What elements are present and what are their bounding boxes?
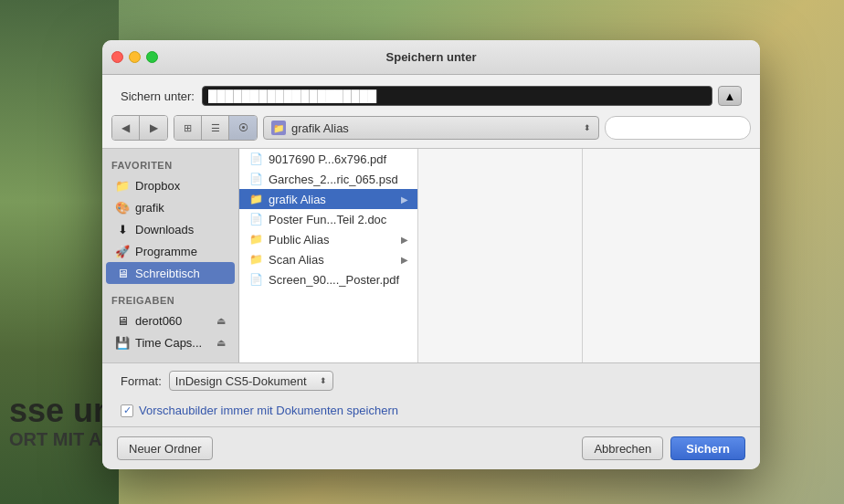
location-dropdown[interactable]: 📁 grafik Alias ⬍ (263, 116, 599, 140)
format-dropdown-arrow: ⬍ (320, 376, 327, 385)
vorschau-checkbox[interactable]: ✓ (121, 404, 133, 417)
dropbox-icon: 📁 (115, 178, 130, 193)
toolbar-row: ◀ ▶ ⊞ ☰ ⦿ 📁 grafik Alias ⬍ (102, 115, 760, 149)
file-icon-public: 📁 (248, 232, 263, 247)
sidebar-item-programme[interactable]: 🚀 Programme (106, 240, 235, 262)
sidebar-section-freigaben: FREIGABEN (102, 291, 238, 310)
location-icon: 📁 (271, 121, 286, 135)
format-dropdown[interactable]: InDesign CS5-Dokument ⬍ (169, 371, 333, 391)
chevron-right-icon-public: ▶ (401, 235, 408, 245)
vorschau-label: Vorschaubilder immer mit Dokumenten spei… (139, 404, 398, 417)
saveas-expand-button[interactable]: ▲ (718, 86, 742, 106)
derot060-icon: 🖥 (115, 313, 130, 328)
file-name-grafik-alias: grafik Alias (269, 193, 397, 206)
sidebar-item-schreibtisch[interactable]: 🖥 Schreibtisch (106, 262, 235, 284)
file-name-poster: Poster Fun...Teil 2.doc (269, 213, 408, 226)
file-name-scan: Scan Alias (269, 253, 397, 267)
content-area: FAVORITEN 📁 Dropbox 🎨 grafik ⬇ Downloads… (102, 149, 760, 362)
sidebar-label-dropbox: Dropbox (135, 179, 180, 193)
save-dialog: Speichern unter Sichern unter: ▲ ◀ ▶ ⊞ ☰… (102, 40, 760, 469)
saveas-label: Sichern unter: (121, 89, 195, 103)
file-icon-grafik-alias: 📁 (248, 192, 263, 206)
sidebar-label-grafik: grafik (135, 201, 164, 215)
file-row-poster[interactable]: 📄 Poster Fun...Teil 2.doc (239, 209, 417, 229)
location-dropdown-arrow: ⬍ (584, 123, 591, 132)
sidebar-item-dropbox[interactable]: 📁 Dropbox (106, 174, 235, 196)
chevron-up-icon: ▲ (724, 89, 736, 103)
programme-icon: 🚀 (115, 244, 130, 258)
file-icon-pdf1: 📄 (248, 152, 263, 166)
search-input[interactable] (605, 116, 751, 140)
abbrechen-button[interactable]: Abbrechen (582, 436, 663, 460)
minimize-button[interactable] (129, 51, 141, 63)
button-group-right: Abbrechen Sichern (582, 436, 745, 460)
window-buttons (102, 51, 158, 63)
file-row-scan[interactable]: 📁 Scan Alias ▶ (239, 249, 417, 269)
grafik-icon: 🎨 (115, 200, 130, 215)
chevron-right-icon-scan: ▶ (401, 255, 408, 265)
file-name-psd: Garches_2...ric_065.psd (269, 173, 408, 186)
sichern-button[interactable]: Sichern (670, 436, 745, 460)
dialog-title: Speichern unter (386, 50, 477, 64)
file-row-public[interactable]: 📁 Public Alias ▶ (239, 229, 417, 249)
sidebar-label-programme: Programme (135, 245, 197, 258)
saveas-row: Sichern unter: ▲ (102, 75, 760, 115)
titlebar: Speichern unter (102, 40, 760, 75)
sidebar-item-timecaps[interactable]: 💾 Time Caps... ⏏ (106, 331, 235, 353)
timecaps-eject-icon[interactable]: ⏏ (216, 337, 226, 349)
sidebar: FAVORITEN 📁 Dropbox 🎨 grafik ⬇ Downloads… (102, 149, 239, 362)
timecaps-icon: 💾 (115, 335, 130, 350)
button-row: Neuer Ordner Abbrechen Sichern (102, 426, 760, 469)
downloads-icon: ⬇ (115, 222, 130, 236)
chevron-right-icon: ▶ (401, 194, 408, 205)
file-row[interactable]: 📄 9017690 P...6x796.pdf (239, 149, 417, 169)
file-row[interactable]: 📄 Garches_2...ric_065.psd (239, 169, 417, 189)
file-row-grafik-alias[interactable]: 📁 grafik Alias ▶ (239, 189, 417, 209)
sidebar-label-derot060: derot060 (135, 314, 182, 328)
file-row-screen[interactable]: 📄 Screen_90...._Poster.pdf (239, 269, 417, 289)
file-name-screen: Screen_90...._Poster.pdf (269, 273, 408, 287)
file-panel-2 (417, 149, 582, 362)
format-bar: Format: InDesign CS5-Dokument ⬍ (102, 362, 760, 398)
file-icon-psd: 📄 (248, 172, 263, 186)
schreibtisch-icon: 🖥 (115, 266, 130, 280)
nav-button-group: ◀ ▶ (111, 115, 168, 141)
checkbox-row: ✓ Vorschaubilder immer mit Dokumenten sp… (102, 398, 760, 426)
back-button[interactable]: ◀ (112, 116, 140, 140)
list-view-button[interactable]: ☰ (202, 116, 229, 140)
file-icon-scan: 📁 (248, 252, 263, 267)
format-label: Format: (121, 374, 162, 388)
sidebar-item-downloads[interactable]: ⬇ Downloads (106, 218, 235, 240)
file-icon-screen: 📄 (248, 272, 263, 287)
file-name-public: Public Alias (269, 233, 397, 247)
location-label: grafik Alias (291, 121, 349, 135)
maximize-button[interactable] (146, 51, 158, 63)
sidebar-item-grafik[interactable]: 🎨 grafik (106, 196, 235, 218)
sidebar-label-downloads: Downloads (135, 223, 194, 236)
column-view-button[interactable]: ⦿ (229, 116, 257, 140)
close-button[interactable] (111, 51, 123, 63)
sidebar-section-favoriten: FAVORITEN (102, 156, 238, 174)
view-button-group: ⊞ ☰ ⦿ (174, 115, 258, 141)
file-icon-poster: 📄 (248, 212, 263, 226)
saveas-input[interactable] (202, 86, 712, 106)
forward-button[interactable]: ▶ (140, 116, 167, 140)
file-name-pdf1: 9017690 P...6x796.pdf (269, 152, 408, 166)
sidebar-label-timecaps: Time Caps... (135, 336, 202, 350)
sidebar-item-derot060[interactable]: 🖥 derot060 ⏏ (106, 310, 235, 331)
format-value: InDesign CS5-Dokument (175, 374, 307, 388)
file-panel-3 (582, 149, 761, 362)
background-text: sse un ORT MIT AU (9, 393, 115, 449)
sidebar-label-schreibtisch: Schreibtisch (135, 267, 200, 280)
icon-view-button[interactable]: ⊞ (174, 116, 202, 140)
derot060-eject-icon[interactable]: ⏏ (216, 315, 226, 327)
neue-ordner-button[interactable]: Neuer Ordner (117, 436, 213, 460)
file-list: 📄 9017690 P...6x796.pdf 📄 Garches_2...ri… (239, 149, 417, 362)
